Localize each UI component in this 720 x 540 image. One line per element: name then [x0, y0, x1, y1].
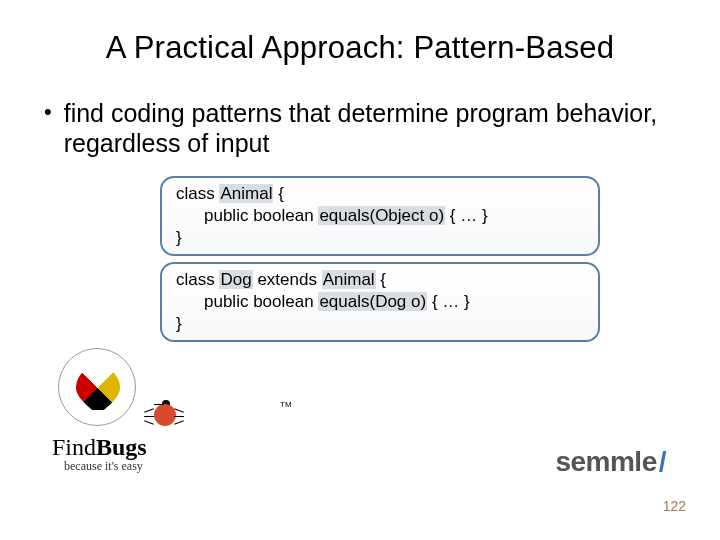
bullet-marker: • [44, 98, 52, 126]
umd-seal-icon [58, 348, 136, 426]
code-line: public boolean equals(Dog o) { … } [176, 291, 584, 313]
code-line: } [176, 227, 584, 249]
page-title: A Practical Approach: Pattern-Based [40, 30, 680, 66]
code-examples: class Animal { public boolean equals(Obj… [160, 176, 600, 342]
code-line: } [176, 313, 584, 335]
bug-icon: TM [148, 398, 180, 428]
findbugs-logo: FindBugs [52, 434, 212, 461]
findbugs-tagline: because it's easy [64, 459, 212, 474]
code-line: public boolean equals(Object o) { … } [176, 205, 584, 227]
umd-flag-icon [76, 366, 120, 410]
tm-label: TM [280, 400, 292, 409]
code-line: class Animal { [176, 183, 584, 205]
slide: A Practical Approach: Pattern-Based • fi… [0, 0, 720, 540]
page-number: 122 [663, 498, 686, 514]
semmle-logo: semmle/ [555, 446, 666, 478]
bullet-item: • find coding patterns that determine pr… [44, 98, 680, 158]
bullet-text: find coding patterns that determine prog… [64, 98, 680, 158]
code-box-animal: class Animal { public boolean equals(Obj… [160, 176, 600, 256]
code-box-dog: class Dog extends Animal { public boolea… [160, 262, 600, 342]
code-line: class Dog extends Animal { [176, 269, 584, 291]
logo-block-left: TM FindBugs because it's easy [52, 348, 212, 488]
